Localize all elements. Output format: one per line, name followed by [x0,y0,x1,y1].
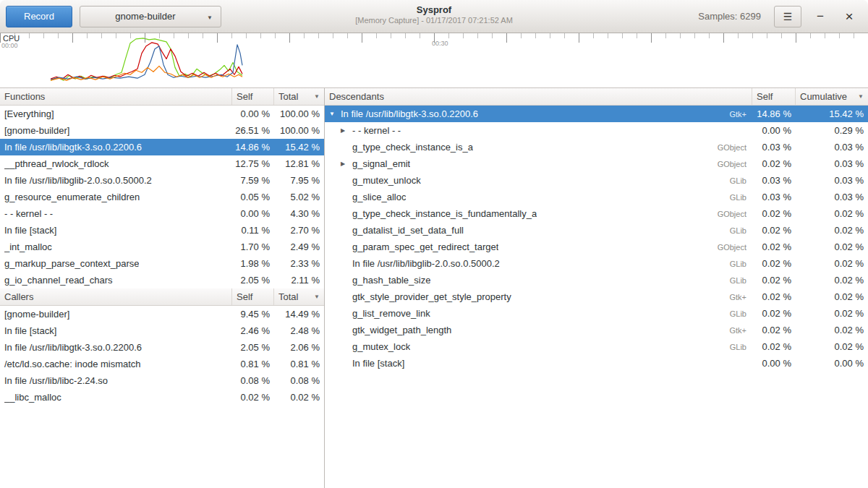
function-name: __pthread_rwlock_rdlock [4,158,109,169]
minimize-button[interactable]: − [810,7,830,27]
app-title: Sysprof [355,4,513,16]
caller-row[interactable]: __libc_malloc0.02 %0.02 % [0,389,324,406]
function-row[interactable]: In file [stack]0.11 %2.70 % [0,222,324,239]
descendants-row[interactable]: In file [stack]0.00 %0.00 % [325,355,868,372]
self-percent: 0.02 % [232,392,274,403]
descendants-row[interactable]: ▶- - kernel - -0.00 %0.29 % [325,122,868,139]
column-header-self[interactable]: Self [752,88,796,105]
self-percent: 14.86 % [752,108,796,119]
descendants-row[interactable]: g_type_check_instance_is_fundamentally_a… [325,205,868,222]
descendants-row[interactable]: In file /usr/lib/libglib-2.0.so.0.5000.2… [325,255,868,272]
function-name: In file [stack] [4,225,56,236]
cpu-graph[interactable]: CPU 00:00 00:30 [0,33,868,88]
descendants-row[interactable]: gtk_style_provider_get_style_propertyGtk… [325,288,868,305]
self-percent: 0.00 % [752,125,796,136]
self-percent: 0.00 % [232,108,274,119]
hamburger-icon: ☰ [783,11,793,22]
descendants-row[interactable]: g_datalist_id_set_data_fullGLib0.02 %0.0… [325,222,868,239]
function-row[interactable]: g_resource_enumerate_children0.05 %5.02 … [0,189,324,205]
callers-table-body: [gnome-builder]9.45 %14.49 %In file [sta… [0,306,324,406]
column-header-functions[interactable]: Functions [0,88,232,105]
cumulative-percent: 0.02 % [796,291,868,302]
column-header-callers[interactable]: Callers [0,288,232,305]
process-selector[interactable]: gnome-builder ▼ [80,6,221,27]
function-name: g_slice_alloc [352,192,406,202]
function-name: g_resource_enumerate_children [4,192,140,202]
self-percent: 1.98 % [232,258,274,269]
column-label: Cumulative [800,91,847,102]
total-percent: 15.42 % [274,142,324,153]
descendants-table-body: ▼In file /usr/lib/libgtk-3.so.0.2200.6Gt… [325,106,868,372]
library-badge: Gtk+ [722,293,752,301]
caller-row[interactable]: In file /usr/lib/libc-2.24.so0.08 %0.08 … [0,372,324,389]
function-name: _int_malloc [4,241,52,252]
descendants-table-header: Descendants Self Cumulative ▼ [325,88,868,106]
expander-closed-icon[interactable]: ▶ [341,160,352,167]
cumulative-percent: 0.29 % [796,125,868,136]
cumulative-percent: 0.03 % [796,175,868,186]
menu-button[interactable]: ☰ [774,6,801,27]
self-percent: 0.05 % [232,192,274,202]
self-percent: 2.46 % [232,325,274,336]
function-row[interactable]: In file /usr/lib/libglib-2.0.so.0.5000.2… [0,172,324,189]
descendants-row[interactable]: g_list_remove_linkGLib0.02 %0.02 % [325,305,868,322]
sysprof-window: Record gnome-builder ▼ Sysprof [Memory C… [0,0,868,488]
record-button[interactable]: Record [6,6,72,27]
function-cell: g_type_check_instance_is_aGObject [325,142,752,153]
function-name: gtk_widget_path_length [352,325,451,335]
descendants-row[interactable]: g_slice_allocGLib0.03 %0.03 % [325,189,868,205]
self-percent: 0.02 % [752,225,796,236]
total-percent: 2.49 % [274,241,324,252]
function-row[interactable]: - - kernel - -0.00 %4.30 % [0,205,324,222]
self-percent: 0.81 % [232,359,274,369]
caller-row[interactable]: In file /usr/lib/libgtk-3.so.0.2200.62.0… [0,339,324,356]
column-header-total[interactable]: Total ▼ [274,288,324,305]
total-percent: 7.95 % [274,175,324,186]
descendants-row[interactable]: g_type_check_instance_is_aGObject0.03 %0… [325,139,868,155]
function-row[interactable]: In file /usr/lib/libgtk-3.so.0.2200.614.… [0,139,324,155]
column-header-total[interactable]: Total ▼ [274,88,324,105]
sort-indicator-icon: ▼ [314,93,320,100]
function-cell: [gnome-builder] [0,309,232,320]
expander-open-icon[interactable]: ▼ [329,111,341,117]
self-percent: 9.45 % [232,309,274,320]
function-cell: g_list_remove_linkGLib [325,308,752,319]
column-header-self[interactable]: Self [232,88,274,105]
self-percent: 0.02 % [752,208,796,219]
function-name: In file [stack] [4,325,56,336]
descendants-row[interactable]: g_hash_table_sizeGLib0.02 %0.02 % [325,272,868,288]
function-row[interactable]: g_markup_parse_context_parse1.98 %2.33 % [0,255,324,272]
total-percent: 2.70 % [274,225,324,236]
function-row[interactable]: __pthread_rwlock_rdlock12.75 %12.81 % [0,155,324,172]
descendants-row[interactable]: gtk_widget_path_lengthGtk+0.02 %0.02 % [325,322,868,338]
function-row[interactable]: [Everything]0.00 %100.00 % [0,106,324,122]
descendants-row[interactable]: g_mutex_lockGLib0.02 %0.02 % [325,338,868,355]
caller-row[interactable]: /etc/ld.so.cache: inode mismatch0.81 %0.… [0,356,324,372]
descendants-row[interactable]: ▶g_signal_emitGObject0.02 %0.03 % [325,155,868,172]
descendants-row[interactable]: ▼In file /usr/lib/libgtk-3.so.0.2200.6Gt… [325,106,868,122]
function-cell: gtk_widget_path_lengthGtk+ [325,325,752,335]
expander-closed-icon[interactable]: ▶ [341,127,352,134]
function-cell: g_resource_enumerate_children [0,192,232,202]
column-header-descendants[interactable]: Descendants [325,88,752,105]
column-header-self[interactable]: Self [232,288,274,305]
library-badge: GLib [723,176,752,185]
self-percent: 0.03 % [752,142,796,153]
function-cell: In file /usr/lib/libc-2.24.so [0,375,232,386]
function-cell: _int_malloc [0,241,232,252]
caller-row[interactable]: In file [stack]2.46 %2.48 % [0,322,324,339]
column-header-cumulative[interactable]: Cumulative ▼ [796,88,868,105]
function-row[interactable]: _int_malloc1.70 %2.49 % [0,239,324,255]
function-name: __libc_malloc [4,392,61,403]
self-percent: 0.02 % [752,308,796,319]
caller-row[interactable]: [gnome-builder]9.45 %14.49 % [0,306,324,322]
close-button[interactable]: × [839,7,859,27]
descendants-row[interactable]: g_mutex_unlockGLib0.03 %0.03 % [325,172,868,189]
function-cell: In file /usr/lib/libgtk-3.so.0.2200.6 [0,342,232,353]
function-name: In file /usr/lib/libgtk-3.so.0.2200.6 [4,142,142,153]
descendants-row[interactable]: g_param_spec_get_redirect_targetGObject0… [325,239,868,255]
function-row[interactable]: g_io_channel_read_chars2.05 %2.11 % [0,272,324,288]
function-row[interactable]: [gnome-builder]26.51 %100.00 % [0,122,324,139]
function-cell: In file [stack] [0,225,232,236]
function-name: - - kernel - - [352,125,401,136]
